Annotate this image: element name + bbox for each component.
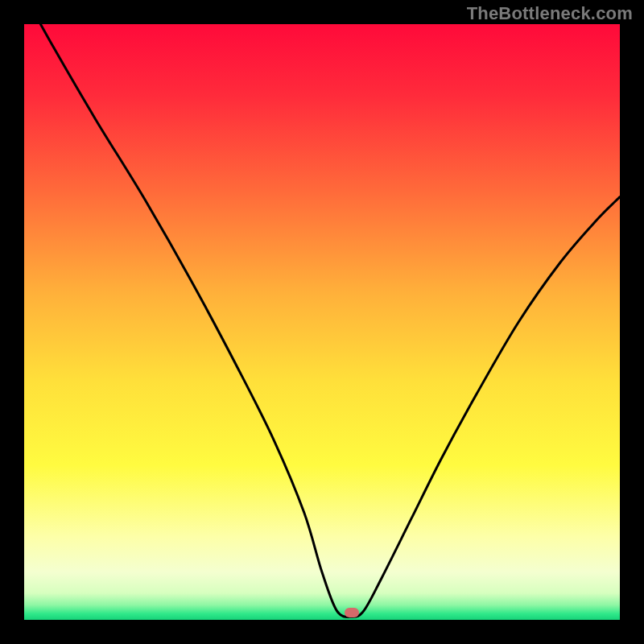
chart-frame: TheBottleneck.com [0,0,644,644]
bottleneck-marker [345,608,359,617]
watermark-text: TheBottleneck.com [467,3,633,24]
bottleneck-chart [24,24,620,620]
gradient-background [24,24,620,620]
